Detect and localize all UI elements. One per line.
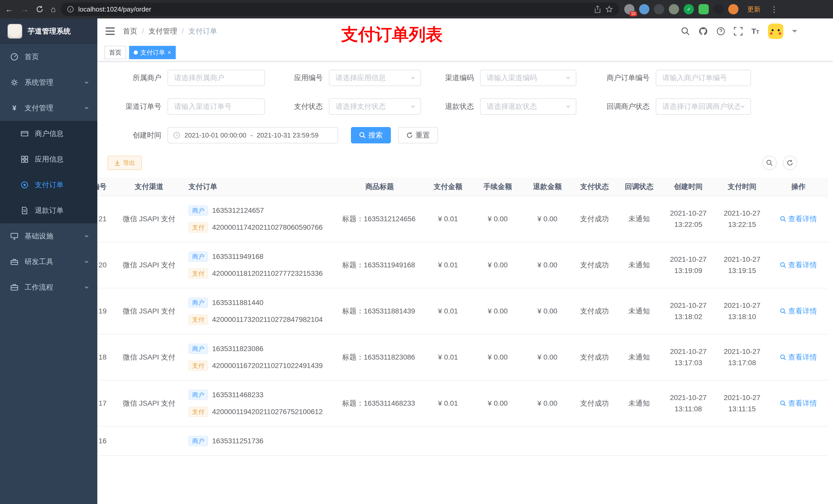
hamburger-icon[interactable] [105, 27, 115, 35]
extension-icon-7[interactable] [713, 4, 723, 14]
export-button[interactable]: 导出 [108, 156, 142, 170]
app-title: 芋道管理系统 [28, 26, 71, 36]
cell-pay-time: 2021-10-27 13:18:10 [715, 288, 769, 334]
browser-back-button[interactable]: ← [5, 5, 13, 13]
merchant-order-line: 商户 1635311468233 [189, 390, 330, 400]
cell-channel [116, 426, 182, 456]
browser-reload-icon[interactable] [36, 5, 44, 13]
cell-pay-time: 2021-10-27 13:19:15 [715, 242, 769, 288]
extension-icon-2[interactable] [639, 4, 649, 14]
reset-button[interactable]: 重置 [398, 127, 438, 143]
table-row: 18 微信 JSAPI 支付 商户 1635311823086 支付 42000… [97, 334, 828, 380]
browser-home-button[interactable]: ⌂ [51, 5, 55, 13]
tag-close-icon[interactable]: × [168, 49, 171, 55]
sidebar-item-workflow[interactable]: 工作流程 [0, 274, 97, 300]
app-select[interactable]: 请选择应用信息 [329, 70, 421, 86]
sidebar-item-home[interactable]: 首页 [0, 44, 97, 70]
pay-order-line: 支付 4200001174202110278060590766 [189, 222, 330, 233]
dashboard-icon [10, 53, 19, 61]
refund-status-select[interactable]: 请选择退款状态 [480, 98, 576, 115]
search-icon [766, 160, 773, 166]
breadcrumb: 首页 / 支付管理 / 支付订单 [123, 26, 217, 36]
share-icon[interactable] [594, 5, 601, 13]
github-icon[interactable] [698, 27, 708, 36]
view-detail-link[interactable]: 查看详情 [780, 260, 817, 270]
search-button[interactable]: 搜索 [351, 127, 391, 143]
card-icon [21, 129, 29, 138]
table-row: 19 微信 JSAPI 支付 商户 1635311881440 支付 42000… [97, 288, 828, 334]
search-icon[interactable] [681, 27, 690, 35]
grid-icon [21, 155, 29, 163]
extension-badge: 10 [629, 11, 637, 16]
sidebar-item-infra[interactable]: 基础设施 [0, 223, 97, 249]
cell-fee-amount: ¥ 0.00 [473, 242, 523, 288]
sidebar-item-merchant-info[interactable]: 商户信息 [0, 121, 97, 146]
monitor-icon [10, 232, 19, 240]
breadcrumb-current: 支付订单 [189, 26, 217, 36]
cell-order: 商户 1635311823086 支付 42000011672021102710… [182, 334, 336, 380]
view-detail-link[interactable]: 查看详情 [780, 214, 817, 224]
toggle-search-button[interactable] [762, 156, 777, 170]
cell-pay-status: 支付成功 [572, 242, 617, 288]
cell-create-time: 2021-10-27 13:22:05 [661, 196, 715, 242]
cell-action: 查看详情 [769, 196, 828, 242]
browser-update-button[interactable]: 更新 [743, 3, 765, 15]
url-text: localhost:1024/pay/order [78, 5, 590, 13]
cell-title [336, 426, 423, 456]
sidebar-submenu-pay: 商户信息 应用信息 支付订单 退款订单 [0, 121, 97, 223]
filter-create-time: 创建时间 2021-10-01 00:00:00 - 2021-10-31 23… [108, 127, 338, 143]
cell-pay-time: 2021-10-27 13:17:08 [715, 334, 769, 380]
sidebar-item-pay-order[interactable]: 支付订单 [0, 172, 97, 198]
extension-icon-1[interactable]: 10 [624, 4, 635, 14]
channel-code-select[interactable]: 请输入渠道编码 [480, 70, 576, 86]
merchant-order-no-input[interactable] [656, 70, 751, 86]
cell-notify-status: 未通知 [617, 196, 661, 242]
extension-icon-4[interactable] [669, 4, 679, 14]
pay-status-select[interactable]: 请选择支付状态 [329, 98, 421, 115]
notify-status-select[interactable]: 请选择订单回调商户状态 [656, 98, 751, 115]
caret-down-icon[interactable] [792, 30, 797, 35]
view-detail-link[interactable]: 查看详情 [780, 306, 817, 316]
channel-order-no-input[interactable] [168, 98, 265, 115]
cell-order: 商户 1635311251736 支付 [182, 426, 336, 456]
sidebar-item-app-info[interactable]: 应用信息 [0, 146, 97, 172]
cell-action: 查看详情 [769, 242, 828, 288]
sidebar-item-system[interactable]: 系统管理 [0, 70, 97, 95]
extension-icon-5[interactable]: ✓ [684, 4, 694, 14]
sidebar-item-refund-order[interactable]: 退款订单 [0, 198, 97, 223]
tag-pay-order[interactable]: 支付订单 × [129, 46, 176, 59]
browser-address-bar[interactable]: localhost:1024/pay/order [61, 3, 619, 16]
cell-fee-amount: ¥ 0.00 [473, 380, 523, 426]
page-content: 所属商户 应用编号 请选择应用信息 渠道编码 请输入渠道编码 [97, 62, 833, 504]
bookmark-star-icon[interactable] [605, 5, 613, 13]
tag-home[interactable]: 首页 [104, 46, 126, 59]
cell-notify-status: 未通知 [617, 380, 661, 426]
chevron-down-icon [566, 104, 571, 109]
extension-icon-6[interactable] [698, 4, 709, 14]
filter-notify-status: 回调商户状态 请选择订单回调商户状态 [583, 98, 751, 115]
extension-icon-3[interactable] [654, 4, 664, 14]
breadcrumb-pay[interactable]: 支付管理 [148, 26, 177, 36]
breadcrumb-home[interactable]: 首页 [123, 26, 137, 36]
fullscreen-icon[interactable] [734, 27, 743, 35]
user-avatar[interactable] [768, 24, 783, 39]
sidebar-item-devtools[interactable]: 研发工具 [0, 249, 97, 274]
profile-avatar-icon[interactable] [728, 4, 738, 14]
font-size-icon[interactable]: TT [751, 27, 759, 35]
cell-notify-status: 未通知 [617, 288, 661, 334]
create-time-range-input[interactable]: 2021-10-01 00:00:00 - 2021-10-31 23:59:5… [168, 127, 338, 143]
site-info-icon[interactable] [67, 6, 74, 13]
view-detail-link[interactable]: 查看详情 [780, 352, 817, 362]
sidebar-logo: 芋道管理系统 [0, 19, 97, 44]
help-icon[interactable] [716, 27, 725, 35]
view-detail-link[interactable]: 查看详情 [780, 399, 817, 408]
browser-forward-button[interactable]: → [21, 5, 29, 13]
merchant-input[interactable] [168, 70, 265, 86]
cell-notify-status [617, 426, 661, 456]
browser-menu-icon[interactable]: ⋮ [769, 5, 779, 14]
cell-title: 标题：1635311468233 [336, 380, 423, 426]
target-icon [21, 181, 29, 189]
refresh-table-button[interactable] [783, 156, 797, 170]
sidebar-item-pay[interactable]: ¥ 支付管理 [0, 95, 97, 121]
cell-pay-amount: ¥ 0.01 [423, 334, 473, 380]
